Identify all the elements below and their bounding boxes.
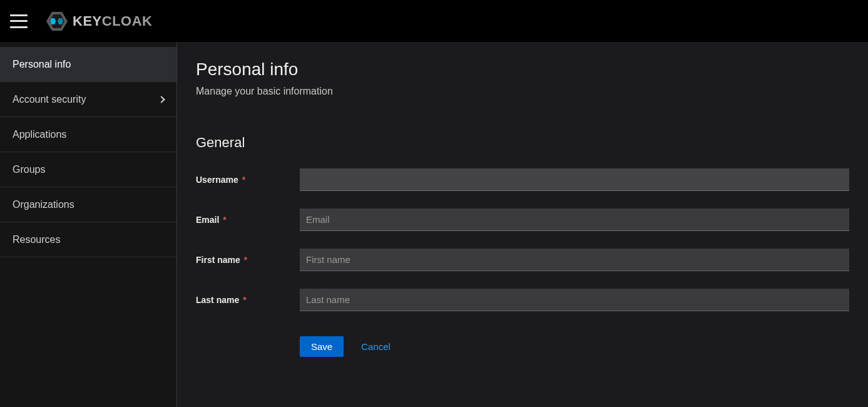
last-name-input[interactable]	[300, 289, 849, 311]
username-input[interactable]	[300, 168, 849, 191]
keycloak-icon	[46, 12, 68, 31]
chevron-right-icon	[158, 96, 165, 103]
section-title-general: General	[196, 135, 849, 151]
email-label: Email*	[196, 215, 300, 225]
sidebar-item-label: Resources	[13, 234, 60, 245]
first-name-input[interactable]	[300, 249, 849, 271]
cancel-button[interactable]: Cancel	[361, 341, 391, 352]
last-name-label: Last name*	[196, 295, 300, 305]
form-row-email: Email*	[196, 209, 849, 231]
page-title: Personal info	[196, 59, 849, 80]
form-actions: Save Cancel	[300, 336, 849, 357]
sidebar-item-organizations[interactable]: Organizations	[0, 187, 176, 222]
email-input[interactable]	[300, 209, 849, 231]
sidebar-item-label: Organizations	[13, 199, 74, 210]
sidebar-item-account-security[interactable]: Account security	[0, 82, 176, 117]
sidebar-item-personal-info[interactable]: Personal info	[0, 47, 176, 82]
save-button[interactable]: Save	[300, 336, 344, 357]
sidebar-nav: Personal info Account security Applicati…	[0, 42, 177, 407]
sidebar-item-label: Groups	[13, 164, 45, 175]
brand-logo[interactable]: KEYCLOAK	[46, 12, 152, 31]
brand-name: KEYCLOAK	[73, 13, 152, 29]
main-content: Personal info Manage your basic informat…	[177, 42, 868, 407]
sidebar-item-applications[interactable]: Applications	[0, 117, 176, 152]
sidebar-item-label: Applications	[13, 129, 66, 140]
first-name-label: First name*	[196, 255, 300, 265]
form-row-first-name: First name*	[196, 249, 849, 271]
form-row-last-name: Last name*	[196, 289, 849, 311]
sidebar-item-resources[interactable]: Resources	[0, 222, 176, 257]
sidebar-item-groups[interactable]: Groups	[0, 152, 176, 187]
page-subtitle: Manage your basic information	[196, 86, 849, 97]
sidebar-item-label: Account security	[13, 94, 86, 105]
menu-toggle-button[interactable]	[10, 14, 28, 28]
form-row-username: Username*	[196, 168, 849, 191]
username-label: Username*	[196, 175, 300, 185]
sidebar-item-label: Personal info	[13, 59, 71, 70]
app-header: KEYCLOAK	[0, 0, 868, 42]
